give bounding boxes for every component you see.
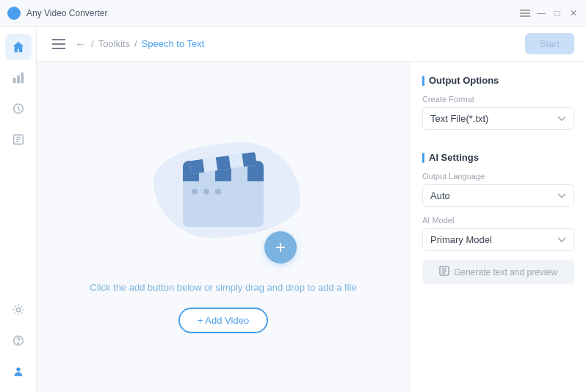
app-layout: ← / Toolkits / Speech to Text Start bbox=[0, 26, 586, 392]
minimize-button[interactable]: — bbox=[536, 8, 546, 18]
sidebar-item-chart[interactable] bbox=[5, 65, 32, 91]
title-bar: Any Video Converter — □ ✕ bbox=[0, 0, 586, 26]
content-area: ← / Toolkits / Speech to Text Start bbox=[37, 26, 586, 392]
clapper-hole bbox=[192, 189, 198, 195]
breadcrumb-toolkits[interactable]: Toolkits bbox=[98, 38, 130, 49]
sidebar-item-history[interactable] bbox=[5, 95, 32, 122]
close-button[interactable]: ✕ bbox=[568, 8, 579, 18]
ai-model-group: AI Model Primary Model Secondary Model bbox=[422, 216, 574, 251]
drop-hint-text: Click the add button below or simply dra… bbox=[90, 282, 357, 293]
clapper-hole bbox=[203, 189, 209, 195]
ai-settings-section: AI Settings Output Language Auto English… bbox=[422, 152, 574, 284]
add-file-circle-button[interactable]: + bbox=[264, 231, 297, 264]
app-title: Any Video Converter bbox=[26, 8, 520, 18]
add-video-button[interactable]: + Add Video bbox=[178, 308, 268, 333]
create-format-select[interactable]: Text File(*.txt) SRT File(*.srt) VTT Fil… bbox=[422, 107, 574, 130]
generate-icon bbox=[439, 266, 449, 278]
create-format-label: Create Format bbox=[422, 95, 574, 104]
ai-settings-title: AI Settings bbox=[422, 152, 574, 163]
svg-rect-3 bbox=[12, 78, 15, 83]
ai-model-label: AI Model bbox=[422, 216, 574, 225]
create-format-group: Create Format Text File(*.txt) SRT File(… bbox=[422, 95, 574, 130]
sidebar-item-help[interactable] bbox=[5, 327, 32, 354]
generate-preview-button[interactable]: Generate text and preview bbox=[422, 260, 574, 284]
output-options-section: Output Options Create Format Text File(*… bbox=[422, 75, 574, 139]
svg-rect-5 bbox=[21, 73, 23, 83]
hamburger-menu[interactable] bbox=[48, 34, 69, 54]
maximize-button[interactable]: □ bbox=[552, 8, 563, 18]
ai-model-select[interactable]: Primary Model Secondary Model bbox=[422, 228, 574, 251]
svg-rect-4 bbox=[17, 75, 20, 83]
svg-point-14 bbox=[16, 368, 20, 371]
generate-button-label: Generate text and preview bbox=[454, 267, 557, 277]
breadcrumb-current-page: Speech to Text bbox=[142, 38, 205, 49]
menu-control[interactable] bbox=[520, 8, 530, 18]
start-button[interactable]: Start bbox=[525, 33, 574, 54]
output-language-select[interactable]: Auto English Chinese Spanish bbox=[422, 184, 574, 207]
clapper-holes bbox=[183, 181, 264, 202]
sidebar-item-tasks[interactable] bbox=[5, 126, 32, 153]
sidebar-item-settings[interactable] bbox=[5, 297, 32, 323]
drop-zone[interactable]: + Click the add button below or simply d… bbox=[37, 62, 410, 392]
stripe bbox=[242, 152, 256, 167]
output-options-title: Output Options bbox=[422, 75, 574, 86]
clapper-hole bbox=[215, 189, 221, 195]
breadcrumb-separator-1: / bbox=[91, 38, 94, 49]
output-language-label: Output Language bbox=[422, 172, 574, 181]
sidebar bbox=[0, 26, 37, 392]
sidebar-item-profile[interactable] bbox=[5, 358, 32, 385]
output-language-group: Output Language Auto English Chinese Spa… bbox=[422, 172, 574, 207]
breadcrumb-separator-2: / bbox=[134, 38, 137, 49]
svg-point-13 bbox=[18, 343, 18, 344]
back-button[interactable]: ← bbox=[75, 37, 87, 51]
clapper-illustration bbox=[183, 161, 264, 227]
sidebar-item-home[interactable] bbox=[5, 34, 32, 60]
app-logo bbox=[7, 7, 21, 20]
main-split: + Click the add button below or simply d… bbox=[37, 62, 586, 392]
right-panel: Output Options Create Format Text File(*… bbox=[410, 62, 586, 392]
breadcrumb: ← / Toolkits / Speech to Text bbox=[75, 37, 525, 51]
illustration: + bbox=[142, 120, 304, 267]
top-bar: ← / Toolkits / Speech to Text Start bbox=[37, 26, 586, 62]
window-controls: — □ ✕ bbox=[520, 8, 579, 18]
svg-point-11 bbox=[16, 308, 20, 311]
